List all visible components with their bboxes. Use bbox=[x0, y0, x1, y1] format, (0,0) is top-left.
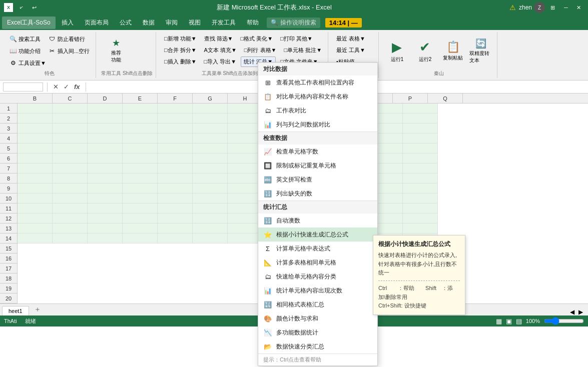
cell[interactable] bbox=[228, 214, 263, 224]
cell[interactable] bbox=[88, 134, 123, 144]
cell[interactable] bbox=[193, 124, 228, 134]
cell[interactable] bbox=[158, 224, 193, 234]
menu-item-formula[interactable]: 公式 bbox=[115, 16, 137, 29]
cells-area[interactable] bbox=[18, 104, 588, 304]
cell[interactable] bbox=[123, 154, 158, 164]
cell[interactable] bbox=[333, 134, 368, 144]
cell[interactable] bbox=[333, 104, 368, 114]
cell[interactable] bbox=[298, 234, 333, 244]
drop-item-multi-stat[interactable]: 📉 多功能数据统计 bbox=[258, 326, 377, 340]
cell[interactable] bbox=[158, 114, 193, 124]
cell[interactable] bbox=[368, 234, 403, 244]
cell[interactable] bbox=[18, 134, 53, 144]
cell[interactable] bbox=[123, 124, 158, 134]
cell[interactable] bbox=[123, 224, 158, 234]
name-box[interactable] bbox=[3, 82, 43, 92]
cell[interactable] bbox=[53, 184, 88, 194]
cell[interactable] bbox=[228, 134, 263, 144]
cell[interactable] bbox=[158, 154, 193, 164]
cell[interactable] bbox=[333, 204, 368, 214]
cell[interactable] bbox=[18, 214, 53, 224]
cell[interactable] bbox=[88, 124, 123, 134]
cell[interactable] bbox=[298, 224, 333, 234]
cell-comment-btn[interactable]: □单元格 批注▼ bbox=[281, 45, 325, 56]
cell[interactable] bbox=[263, 174, 298, 184]
insert-row-btn[interactable]: ✂ 插入间...空行 bbox=[45, 46, 93, 56]
cell[interactable] bbox=[368, 214, 403, 224]
view-layout-icon[interactable]: ▣ bbox=[506, 318, 512, 325]
cell[interactable] bbox=[193, 104, 228, 114]
window-icon[interactable]: ⊞ bbox=[548, 2, 558, 12]
cell[interactable] bbox=[88, 184, 123, 194]
cell[interactable] bbox=[88, 114, 123, 124]
cell[interactable] bbox=[193, 204, 228, 214]
cell[interactable] bbox=[333, 144, 368, 154]
view-normal-icon[interactable]: ▦ bbox=[496, 318, 502, 325]
cell[interactable] bbox=[123, 234, 158, 244]
cell[interactable] bbox=[53, 104, 88, 114]
copy-paste-btn[interactable]: 📋 复制粘贴 bbox=[440, 38, 466, 64]
tool-settings-btn[interactable]: ⚙ 工具设置▼ bbox=[6, 58, 49, 68]
cell[interactable] bbox=[298, 184, 333, 194]
cell[interactable] bbox=[228, 224, 263, 234]
cell[interactable] bbox=[228, 114, 263, 124]
cell[interactable] bbox=[88, 164, 123, 174]
cell[interactable] bbox=[333, 224, 368, 234]
drop-item-data-classify[interactable]: 📂 数据快速分类汇总 bbox=[258, 340, 377, 354]
cell[interactable] bbox=[193, 214, 228, 224]
cell[interactable] bbox=[18, 144, 53, 154]
cell[interactable] bbox=[18, 174, 53, 184]
cell[interactable] bbox=[123, 144, 158, 154]
cell[interactable] bbox=[158, 104, 193, 114]
cell[interactable] bbox=[263, 124, 298, 134]
cell[interactable] bbox=[368, 134, 403, 144]
cell[interactable] bbox=[193, 174, 228, 184]
cell[interactable] bbox=[228, 154, 263, 164]
cell[interactable] bbox=[18, 234, 53, 244]
cell[interactable] bbox=[228, 144, 263, 154]
menu-item-review[interactable]: 审阅 bbox=[161, 16, 183, 29]
cell[interactable] bbox=[53, 154, 88, 164]
recommend-btn[interactable]: ★ 推荐功能 bbox=[103, 35, 129, 66]
scroll-right-icon[interactable]: ▶ bbox=[578, 308, 583, 316]
cell[interactable] bbox=[158, 174, 193, 184]
cell[interactable] bbox=[333, 174, 368, 184]
cell[interactable] bbox=[193, 134, 228, 144]
cell[interactable] bbox=[263, 234, 298, 244]
cell[interactable] bbox=[18, 184, 53, 194]
cell[interactable] bbox=[263, 194, 298, 204]
cell[interactable] bbox=[158, 184, 193, 194]
cell[interactable] bbox=[403, 144, 438, 154]
cell[interactable] bbox=[123, 214, 158, 224]
insert-delete-btn[interactable]: □插入 删除▼ bbox=[161, 56, 200, 67]
search-box[interactable]: 🔍 操作说明搜索 bbox=[267, 18, 320, 28]
cell[interactable] bbox=[123, 184, 158, 194]
menu-item-exceltool[interactable]: Excel工具-SoSo bbox=[2, 16, 56, 29]
cell[interactable] bbox=[88, 204, 123, 214]
confirm-icon[interactable]: ✓ bbox=[62, 82, 71, 91]
cell[interactable] bbox=[333, 164, 368, 174]
col-O[interactable]: O bbox=[358, 94, 393, 104]
cell[interactable] bbox=[18, 164, 53, 174]
cancel-icon[interactable]: ✕ bbox=[52, 82, 60, 91]
col-F[interactable]: F bbox=[158, 94, 193, 104]
func-intro-btn[interactable]: 📖 功能介绍 bbox=[6, 46, 44, 56]
col-E[interactable]: E bbox=[123, 94, 158, 104]
cell[interactable] bbox=[193, 144, 228, 154]
recent-tool-btn[interactable]: 最近 工具▼ bbox=[333, 45, 368, 56]
cell[interactable] bbox=[368, 184, 403, 194]
cell[interactable] bbox=[88, 234, 123, 244]
cell[interactable] bbox=[368, 194, 403, 204]
cell[interactable] bbox=[263, 104, 298, 114]
cell[interactable] bbox=[193, 154, 228, 164]
new-func-btn[interactable]: □新增 功能▼ bbox=[161, 34, 200, 44]
cell[interactable] bbox=[263, 134, 298, 144]
paste-value-btn[interactable]: •粘贴值 bbox=[333, 56, 358, 67]
cell[interactable] bbox=[18, 224, 53, 234]
cell[interactable] bbox=[403, 134, 438, 144]
col-H[interactable]: H bbox=[228, 94, 263, 104]
cell[interactable] bbox=[403, 124, 438, 134]
cell[interactable] bbox=[193, 194, 228, 204]
cell[interactable] bbox=[298, 164, 333, 174]
cell[interactable] bbox=[228, 174, 263, 184]
